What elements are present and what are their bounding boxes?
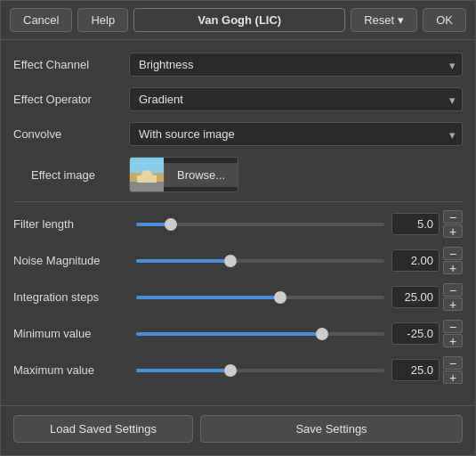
- minimum-value-thumb[interactable]: [316, 328, 328, 340]
- effect-image-thumbnail: [130, 158, 164, 191]
- effect-channel-row: Effect Channel Brightness Hue Saturation…: [13, 49, 463, 80]
- minimum-value-increment[interactable]: +: [443, 334, 463, 347]
- integration-steps-increment[interactable]: +: [443, 297, 463, 311]
- browse-button[interactable]: Browse...: [164, 163, 238, 187]
- integration-steps-track: [136, 289, 384, 305]
- save-settings-button[interactable]: Save Settings: [200, 415, 463, 443]
- effect-channel-select-wrapper: Brightness Hue Saturation Lightness ▾: [129, 53, 463, 77]
- noise-magnitude-row: Noise Magnitude − +: [13, 244, 463, 277]
- divider: [13, 201, 463, 202]
- integration-steps-fill: [136, 296, 280, 299]
- maximum-value-increment[interactable]: +: [443, 370, 463, 384]
- integration-steps-row: Integration steps − +: [13, 281, 463, 314]
- effect-operator-row: Effect Operator Gradient Curl Hessian ▾: [13, 84, 463, 115]
- noise-magnitude-value[interactable]: [391, 249, 440, 272]
- filter-length-increment[interactable]: +: [443, 224, 463, 238]
- filter-length-row: Filter length − +: [13, 208, 463, 240]
- maximum-value-fill: [136, 369, 230, 372]
- maximum-value-row: Maximum value − +: [13, 354, 463, 387]
- noise-magnitude-decrement[interactable]: −: [443, 247, 463, 260]
- integration-steps-value[interactable]: [391, 286, 440, 308]
- ok-button[interactable]: OK: [423, 8, 466, 32]
- content-area: Effect Channel Brightness Hue Saturation…: [1, 40, 475, 405]
- filter-length-decrement[interactable]: −: [443, 210, 463, 224]
- integration-steps-thumb[interactable]: [274, 291, 286, 304]
- noise-magnitude-stepper: − +: [443, 247, 463, 274]
- noise-magnitude-track: [136, 253, 384, 269]
- maximum-value-value[interactable]: [391, 359, 440, 381]
- effect-operator-select-wrapper: Gradient Curl Hessian ▾: [129, 87, 463, 111]
- filter-length-thumb[interactable]: [165, 218, 177, 231]
- minimum-value-stepper: − +: [443, 320, 463, 347]
- minimum-value-row: Minimum value − +: [13, 317, 463, 350]
- maximum-value-label: Maximum value: [13, 363, 129, 377]
- load-settings-button[interactable]: Load Saved Settings: [13, 415, 193, 443]
- integration-steps-stepper: − +: [443, 283, 463, 311]
- minimum-value-value[interactable]: [391, 322, 440, 345]
- filter-length-label: Filter length: [13, 217, 129, 231]
- dialog: Cancel Help Van Gogh (LIC) Reset ▾ OK Ef…: [0, 0, 476, 456]
- filter-length-track: [136, 216, 384, 232]
- noise-magnitude-thumb[interactable]: [224, 255, 237, 267]
- filter-length-stepper: − +: [443, 210, 463, 238]
- effect-operator-label: Effect Operator: [13, 93, 129, 106]
- minimum-value-fill: [136, 332, 322, 336]
- maximum-value-track: [136, 362, 384, 379]
- integration-steps-label: Integration steps: [13, 290, 129, 304]
- convolve-select[interactable]: With source image With effect image Grad…: [129, 122, 463, 146]
- chevron-down-icon: ▾: [398, 13, 404, 27]
- effect-image-label: Effect image: [31, 168, 129, 182]
- reset-button[interactable]: Reset ▾: [351, 8, 417, 32]
- effect-operator-select[interactable]: Gradient Curl Hessian: [129, 87, 463, 111]
- image-browse-control: Browse...: [129, 157, 238, 192]
- maximum-value-thumb[interactable]: [224, 364, 237, 377]
- maximum-value-decrement[interactable]: −: [443, 356, 463, 370]
- maximum-value-stepper: − +: [443, 356, 463, 384]
- bottom-bar: Load Saved Settings Save Settings: [1, 405, 475, 455]
- filter-length-value[interactable]: [391, 213, 440, 235]
- cancel-button[interactable]: Cancel: [10, 8, 72, 32]
- effect-channel-select[interactable]: Brightness Hue Saturation Lightness: [129, 53, 463, 77]
- help-button[interactable]: Help: [77, 8, 128, 32]
- noise-magnitude-increment[interactable]: +: [443, 261, 463, 274]
- convolve-label: Convolve: [13, 127, 129, 141]
- effect-image-row: Effect image Browse...: [13, 153, 463, 196]
- noise-magnitude-fill: [136, 259, 230, 263]
- noise-magnitude-label: Noise Magnitude: [13, 254, 129, 267]
- title-label: Van Gogh (LIC): [133, 8, 345, 32]
- minimum-value-label: Minimum value: [13, 327, 129, 340]
- minimum-value-decrement[interactable]: −: [443, 320, 463, 333]
- convolve-select-wrapper: With source image With effect image Grad…: [129, 122, 463, 146]
- convolve-row: Convolve With source image With effect i…: [13, 118, 463, 150]
- minimum-value-track: [136, 326, 384, 342]
- effect-channel-label: Effect Channel: [13, 58, 129, 71]
- integration-steps-decrement[interactable]: −: [443, 283, 463, 297]
- title-bar: Cancel Help Van Gogh (LIC) Reset ▾ OK: [1, 1, 475, 40]
